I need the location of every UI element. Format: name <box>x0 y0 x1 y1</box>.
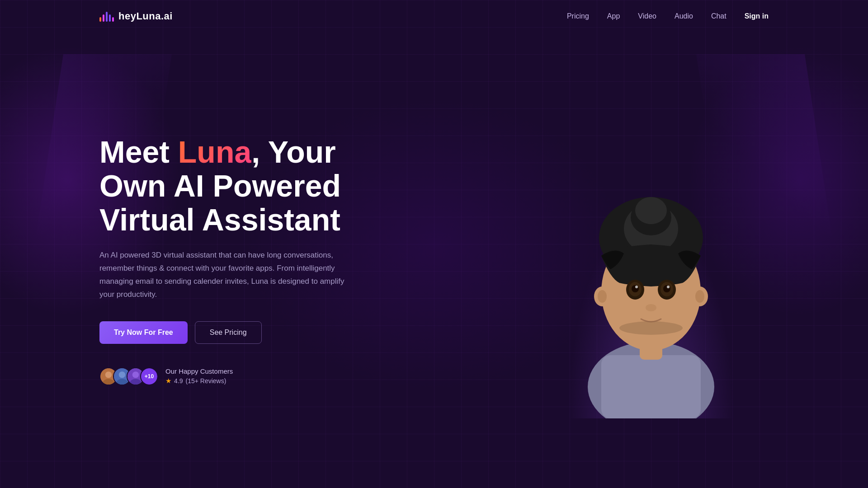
logo-icon <box>99 11 114 22</box>
left-panel: Meet Luna, Your Own AI Powered Virtual A… <box>99 135 407 385</box>
ai-avatar-figure <box>565 120 737 418</box>
nav-links: Pricing App Video Audio Chat Sign in <box>567 12 769 20</box>
svg-point-25 <box>646 304 656 311</box>
ai-avatar-container <box>542 111 760 418</box>
see-pricing-button[interactable]: See Pricing <box>195 321 262 344</box>
reviews-count: (15+ Reviews) <box>185 377 226 385</box>
star-icon: ★ <box>165 377 171 385</box>
hero-description: An AI powered 3D virtual assistant that … <box>99 249 353 301</box>
main-content: Meet Luna, Your Own AI Powered Virtual A… <box>0 33 868 488</box>
svg-point-23 <box>635 286 638 288</box>
title-accent: Luna <box>178 135 251 169</box>
customer-avatar-plus: +10 <box>140 367 158 385</box>
svg-rect-10 <box>601 355 701 418</box>
avatar-circle-plus: +10 <box>141 368 157 385</box>
logo[interactable]: heyLuna.ai <box>99 10 173 22</box>
try-now-button[interactable]: Try Now For Free <box>99 321 188 344</box>
svg-point-21 <box>632 285 639 292</box>
svg-point-30 <box>619 321 683 335</box>
logo-bar-4 <box>109 14 111 22</box>
logo-bar-1 <box>99 17 101 22</box>
title-prefix: Meet <box>99 135 178 169</box>
signin-link[interactable]: Sign in <box>745 12 769 20</box>
social-text: Our Happy Customers ★ 4.9 (15+ Reviews) <box>165 367 233 385</box>
svg-point-4 <box>119 371 125 378</box>
nav-link-pricing[interactable]: Pricing <box>567 12 589 20</box>
nav-link-chat[interactable]: Chat <box>711 12 726 20</box>
happy-customers-label: Our Happy Customers <box>165 367 233 375</box>
nav-link-video[interactable]: Video <box>638 12 656 20</box>
right-panel <box>533 102 769 418</box>
svg-point-16 <box>635 197 667 224</box>
svg-point-7 <box>132 371 139 378</box>
social-proof: +10 Our Happy Customers ★ 4.9 (15+ Revie… <box>99 367 407 385</box>
nav-link-audio[interactable]: Audio <box>675 12 693 20</box>
logo-bar-3 <box>106 12 108 22</box>
svg-point-22 <box>663 285 670 292</box>
svg-point-1 <box>105 371 112 378</box>
logo-bar-5 <box>112 17 114 22</box>
hero-title: Meet Luna, Your Own AI Powered Virtual A… <box>99 135 407 236</box>
customer-avatars: +10 <box>99 367 158 385</box>
svg-point-28 <box>598 290 607 303</box>
svg-point-29 <box>695 290 704 303</box>
cta-buttons: Try Now For Free See Pricing <box>99 321 407 344</box>
svg-point-24 <box>667 286 670 288</box>
rating-row: ★ 4.9 (15+ Reviews) <box>165 377 233 385</box>
rating-value: 4.9 <box>174 377 183 385</box>
nav-link-app[interactable]: App <box>607 12 620 20</box>
logo-text: heyLuna.ai <box>118 10 173 22</box>
navbar: heyLuna.ai Pricing App Video Audio Chat … <box>0 0 868 33</box>
logo-bar-2 <box>103 14 104 22</box>
